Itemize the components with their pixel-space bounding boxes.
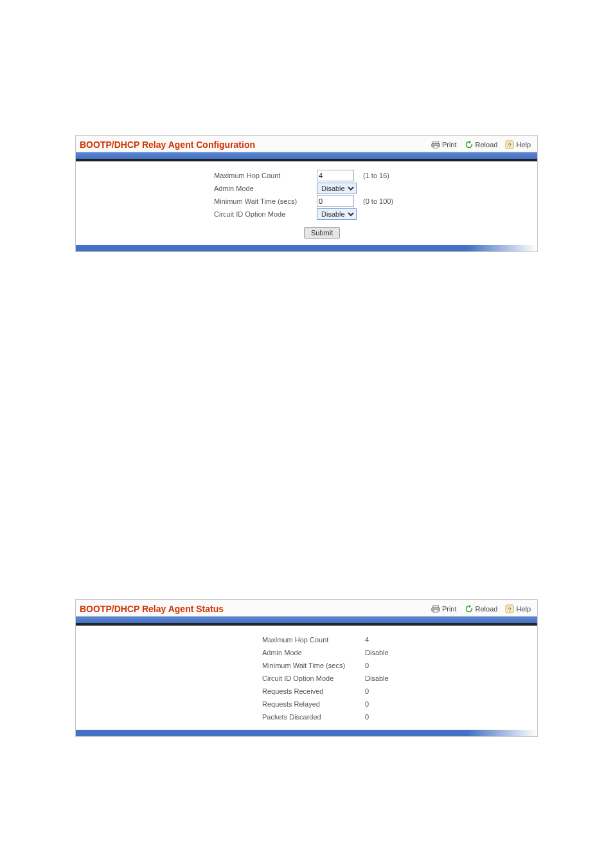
submit-button[interactable]: Submit xyxy=(304,227,340,239)
stat-min-wait-value: 0 xyxy=(365,662,404,669)
config-panel: BOOTP/DHCP Relay Agent Configuration Pri… xyxy=(75,135,538,252)
toolbar: Print Reload ? Help xyxy=(431,140,531,149)
svg-rect-0 xyxy=(433,141,439,143)
help-icon: ? xyxy=(505,604,514,613)
help-button[interactable]: ? Help xyxy=(505,140,531,149)
row-circuit-id: Circuit ID Option Mode Disable Enable xyxy=(214,208,537,221)
stat-admin-mode-label: Admin Mode xyxy=(262,649,365,656)
help-label: Help xyxy=(516,141,531,149)
row-max-hop: Maximum Hop Count (1 to 16) xyxy=(214,169,537,182)
reload-button[interactable]: Reload xyxy=(465,140,498,149)
print-label: Print xyxy=(442,141,457,149)
stat-circuit-id-label: Circuit ID Option Mode xyxy=(262,674,365,682)
stat-pkt-disc-value: 0 xyxy=(365,713,404,721)
stat-min-wait-label: Minimum Wait Time (secs) xyxy=(262,662,365,669)
min-wait-input[interactable] xyxy=(317,195,354,207)
stat-row-max-hop: Maximum Hop Count 4 xyxy=(262,633,537,646)
reload-icon xyxy=(465,604,474,613)
stat-pkt-disc-label: Packets Discarded xyxy=(262,713,365,721)
svg-text:?: ? xyxy=(508,606,511,612)
stat-max-hop-value: 4 xyxy=(365,636,404,644)
status-table: Maximum Hop Count 4 Admin Mode Disable M… xyxy=(262,633,537,723)
print-button[interactable]: Print xyxy=(431,140,457,149)
help-icon: ? xyxy=(505,140,514,149)
stat-row-req-recv: Requests Received 0 xyxy=(262,685,537,698)
print-icon xyxy=(431,140,440,149)
print-icon xyxy=(431,604,440,613)
stat-row-circuit-id: Circuit ID Option Mode Disable xyxy=(262,672,537,685)
toolbar-2: Print Reload ? Help xyxy=(431,604,531,613)
divider-blue-end xyxy=(76,245,537,251)
status-panel: BOOTP/DHCP Relay Agent Status Print Relo… xyxy=(75,599,538,737)
row-min-wait: Minimum Wait Time (secs) (0 to 100) xyxy=(214,195,537,208)
config-body: Maximum Hop Count (1 to 16) Admin Mode D… xyxy=(76,161,537,245)
min-wait-label: Minimum Wait Time (secs) xyxy=(214,197,317,205)
divider-blue-2 xyxy=(76,617,537,623)
status-body: Maximum Hop Count 4 Admin Mode Disable M… xyxy=(76,626,537,730)
stat-max-hop-label: Maximum Hop Count xyxy=(262,636,365,644)
help-button-2[interactable]: ? Help xyxy=(505,604,531,613)
stat-req-relay-label: Requests Relayed xyxy=(262,700,365,708)
config-title: BOOTP/DHCP Relay Agent Configuration xyxy=(80,140,255,150)
max-hop-label: Maximum Hop Count xyxy=(214,172,317,179)
divider-blue-end-2 xyxy=(76,730,537,736)
svg-text:?: ? xyxy=(508,141,511,148)
admin-mode-select[interactable]: Disable Enable xyxy=(317,183,357,194)
stat-req-recv-value: 0 xyxy=(365,687,404,695)
status-header: BOOTP/DHCP Relay Agent Status Print Relo… xyxy=(76,600,537,617)
admin-mode-label: Admin Mode xyxy=(214,185,317,192)
submit-row: Submit xyxy=(76,227,537,239)
reload-icon xyxy=(465,140,474,149)
svg-rect-7 xyxy=(433,610,438,612)
reload-button-2[interactable]: Reload xyxy=(465,604,498,613)
stat-row-admin-mode: Admin Mode Disable xyxy=(262,646,537,659)
help-label-2: Help xyxy=(516,605,531,613)
stat-row-pkt-disc: Packets Discarded 0 xyxy=(262,710,537,723)
stat-circuit-id-value: Disable xyxy=(365,674,404,682)
divider-blue xyxy=(76,152,537,159)
stat-req-relay-value: 0 xyxy=(365,700,404,708)
max-hop-hint: (1 to 16) xyxy=(363,172,389,179)
circuit-id-label: Circuit ID Option Mode xyxy=(214,210,317,218)
reload-label: Reload xyxy=(475,141,498,149)
reload-label-2: Reload xyxy=(475,605,498,613)
svg-rect-5 xyxy=(433,605,439,608)
svg-rect-2 xyxy=(433,145,438,148)
row-admin-mode: Admin Mode Disable Enable xyxy=(214,182,537,195)
stat-row-req-relay: Requests Relayed 0 xyxy=(262,698,537,710)
config-header: BOOTP/DHCP Relay Agent Configuration Pri… xyxy=(76,136,537,152)
min-wait-hint: (0 to 100) xyxy=(363,197,393,205)
max-hop-input[interactable] xyxy=(317,170,354,181)
config-form: Maximum Hop Count (1 to 16) Admin Mode D… xyxy=(214,169,537,221)
circuit-id-select[interactable]: Disable Enable xyxy=(317,208,357,220)
print-button-2[interactable]: Print xyxy=(431,604,457,613)
stat-req-recv-label: Requests Received xyxy=(262,687,365,695)
stat-row-min-wait: Minimum Wait Time (secs) 0 xyxy=(262,659,537,672)
status-title: BOOTP/DHCP Relay Agent Status xyxy=(80,604,224,614)
print-label-2: Print xyxy=(442,605,457,613)
stat-admin-mode-value: Disable xyxy=(365,649,404,656)
